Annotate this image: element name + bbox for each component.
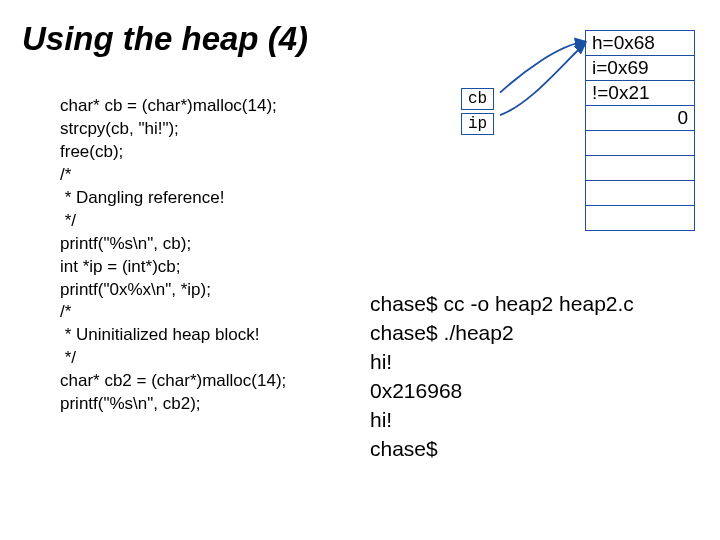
code-line: /*: [60, 165, 71, 184]
code-listing: char* cb = (char*)malloc(14); strcpy(cb,…: [60, 95, 286, 416]
mem-cell: h=0x68: [586, 31, 695, 56]
code-line: int *ip = (int*)cb;: [60, 257, 180, 276]
mem-cell: i=0x69: [586, 56, 695, 81]
slide-title: Using the heap (4): [22, 20, 308, 58]
mem-cell-empty: [586, 181, 695, 206]
code-line: printf("%s\n", cb2);: [60, 394, 201, 413]
code-line: free(cb);: [60, 142, 123, 161]
mem-cell-empty: [586, 131, 695, 156]
memory-table: h=0x68 i=0x69 !=0x21 0: [585, 30, 695, 231]
terminal-output: chase$ cc -o heap2 heap2.c chase$ ./heap…: [370, 290, 634, 464]
mem-cell-empty: [586, 156, 695, 181]
code-line: char* cb2 = (char*)malloc(14);: [60, 371, 286, 390]
pointer-arrows: [490, 36, 600, 126]
mem-cell: 0: [586, 106, 695, 131]
code-line: * Dangling reference!: [60, 188, 224, 207]
term-line: hi!: [370, 408, 392, 431]
slide: Using the heap (4) char* cb = (char*)mal…: [0, 0, 720, 540]
mem-cell-empty: [586, 206, 695, 231]
code-line: */: [60, 211, 76, 230]
code-line: /*: [60, 302, 71, 321]
code-line: strcpy(cb, "hi!");: [60, 119, 179, 138]
term-line: chase$ cc -o heap2 heap2.c: [370, 292, 634, 315]
code-line: printf("%s\n", cb);: [60, 234, 191, 253]
code-line: char* cb = (char*)malloc(14);: [60, 96, 277, 115]
mem-cell: !=0x21: [586, 81, 695, 106]
term-line: chase$: [370, 437, 438, 460]
term-line: hi!: [370, 350, 392, 373]
term-line: chase$ ./heap2: [370, 321, 514, 344]
code-line: */: [60, 348, 76, 367]
term-line: 0x216968: [370, 379, 462, 402]
code-line: printf("0x%x\n", *ip);: [60, 280, 211, 299]
code-line: * Uninitialized heap block!: [60, 325, 259, 344]
